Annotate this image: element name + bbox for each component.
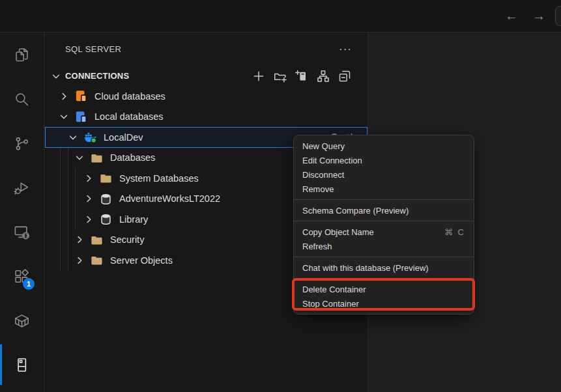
remote-explorer-icon	[13, 223, 31, 241]
menu-item-label: Remove	[302, 184, 334, 194]
section-toolbar	[252, 70, 367, 83]
sidebar-header: SQL SERVER ···	[45, 33, 367, 66]
tree-item-label: Library	[119, 214, 148, 225]
menu-item-delete-container[interactable]: Delete Container	[294, 282, 474, 296]
source-control-icon	[13, 135, 31, 152]
new-connection-group-icon[interactable]	[274, 70, 287, 83]
menu-item-schema-compare-preview[interactable]: Schema Compare (Preview)	[294, 203, 474, 217]
titlebar-control-fragment	[555, 6, 561, 26]
menu-item-label: Disconnect	[302, 170, 344, 180]
menu-item-remove[interactable]: Remove	[294, 182, 474, 196]
menu-item-stop-container[interactable]: Stop Container	[294, 296, 474, 311]
sidebar-title: SQL SERVER	[65, 44, 121, 54]
menu-item-label: Stop Container	[302, 299, 359, 309]
tree-item-label: System Databases	[119, 173, 199, 184]
menu-item-label: Chat with this database (Preview)	[302, 263, 429, 273]
add-server-icon[interactable]	[295, 70, 308, 83]
tree-item-label: Server Objects	[110, 255, 173, 266]
titlebar: ← →	[0, 0, 561, 33]
menu-item-label: New Query	[302, 141, 345, 151]
tree-item-cloud-databases[interactable]: Cloud databases	[45, 86, 367, 107]
chevron-down-icon[interactable]	[74, 152, 85, 163]
menu-item-label: Refresh	[302, 242, 332, 251]
activity-item-containers[interactable]	[0, 298, 44, 343]
activity-item-explorer[interactable]	[0, 33, 44, 77]
menu-item-label: Copy Object Name	[302, 227, 374, 237]
activity-item-source-control[interactable]	[0, 121, 44, 165]
menu-item-label: Delete Container	[302, 285, 366, 294]
extensions-badge: 1	[23, 278, 35, 290]
tree-item-label: LocalDev	[104, 132, 143, 143]
menu-separator	[294, 257, 474, 257]
tree-item-label: Databases	[110, 152, 155, 163]
connections-section-header[interactable]: CONNECTIONS	[45, 66, 367, 86]
menu-item-copy-object-name[interactable]: Copy Object Name⌘ C	[294, 225, 474, 239]
sql-server-icon	[13, 356, 31, 374]
folder-icon	[91, 254, 103, 266]
database-icon	[100, 213, 112, 225]
chevron-down-icon[interactable]	[59, 111, 69, 122]
tree-item-local-databases[interactable]: Local databases	[45, 107, 367, 128]
chevron-right-icon[interactable]	[74, 255, 85, 266]
search-icon	[13, 91, 31, 108]
tree-item-label: AdventureWorksLT2022	[119, 193, 220, 204]
menu-item-new-query[interactable]: New Query	[294, 139, 474, 153]
docker-icon	[84, 131, 96, 143]
project-icon	[75, 111, 87, 123]
section-label: CONNECTIONS	[65, 71, 129, 81]
tree-item-label: Security	[110, 234, 144, 245]
back-arrow-icon[interactable]: ←	[503, 7, 520, 24]
menu-item-disconnect[interactable]: Disconnect	[294, 167, 474, 182]
chevron-right-icon[interactable]	[74, 234, 85, 245]
menu-item-edit-connection[interactable]: Edit Connection	[294, 153, 474, 167]
activity-bar: 1	[0, 33, 44, 392]
run-and-debug-icon	[13, 179, 31, 197]
add-connection-icon[interactable]	[252, 70, 265, 83]
containers-icon	[13, 312, 31, 329]
menu-separator	[294, 221, 474, 221]
activity-item-run-and-debug[interactable]	[0, 165, 44, 210]
more-actions-icon[interactable]: ···	[339, 43, 352, 56]
chevron-down-icon[interactable]	[68, 132, 78, 143]
context-menu: New QueryEdit ConnectionDisconnectRemove…	[293, 135, 474, 315]
tree-item-label: Local databases	[94, 111, 164, 122]
activity-item-search[interactable]	[0, 77, 44, 121]
folder-icon	[91, 234, 103, 246]
tree-item-label: Cloud databases	[94, 91, 165, 102]
database-icon	[100, 193, 112, 205]
folder-icon	[91, 152, 103, 164]
menu-item-chat-with-this-database-preview[interactable]: Chat with this database (Preview)	[294, 260, 474, 275]
project-icon	[75, 90, 87, 102]
activity-item-extensions[interactable]: 1	[0, 254, 44, 298]
menu-item-label: Schema Compare (Preview)	[302, 206, 409, 216]
collapse-all-icon[interactable]	[338, 70, 351, 83]
forward-arrow-icon[interactable]: →	[530, 7, 547, 24]
activity-item-remote-explorer[interactable]	[0, 210, 44, 254]
chevron-down-icon	[51, 71, 61, 81]
menu-item-refresh[interactable]: Refresh	[294, 239, 474, 253]
menu-item-label: Edit Connection	[302, 156, 362, 165]
connect-hierarchy-icon[interactable]	[317, 70, 330, 83]
activity-item-sql-server[interactable]	[0, 343, 44, 387]
explorer-icon	[13, 46, 31, 64]
menu-item-shortcut: ⌘ C	[444, 227, 465, 237]
chevron-right-icon[interactable]	[83, 193, 94, 204]
chevron-right-icon[interactable]	[59, 91, 69, 102]
chevron-right-icon[interactable]	[83, 214, 94, 225]
menu-separator	[294, 278, 474, 279]
menu-separator	[294, 199, 474, 200]
chevron-right-icon[interactable]	[83, 173, 94, 184]
folder-icon	[100, 172, 112, 184]
